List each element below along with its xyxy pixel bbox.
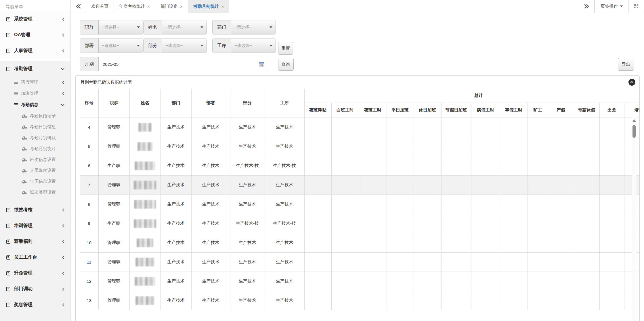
book-icon xyxy=(6,17,11,22)
filter-select[interactable]: --请选择-- xyxy=(231,20,276,34)
table-cell: 管理职 xyxy=(98,291,129,310)
filter-label: 部分 xyxy=(144,39,162,53)
cell-value-empty xyxy=(599,291,624,310)
cell-value-empty xyxy=(599,214,624,233)
table-row-9[interactable]: 9生产职生产技术生产技术生产技术-技生产技术-技 xyxy=(80,214,639,233)
table-row-13[interactable]: 13管理职生产技术生产技术生产技术生产技术 xyxy=(80,291,639,310)
sidebar-item-员工工作台[interactable]: 员工工作台 xyxy=(0,249,70,265)
filter-select[interactable]: --请选择-- xyxy=(231,39,276,53)
table-cell: 生产技术 xyxy=(160,118,191,137)
filter-select[interactable]: --请选择-- xyxy=(99,20,143,34)
sidebar-item-奖惩管理[interactable]: 奖惩管理 xyxy=(0,297,70,313)
sidebar-item-考勤信息[interactable]: 考勤信息 xyxy=(0,99,70,110)
table-cell: 生产技术 xyxy=(191,175,230,195)
table-cell: 9 xyxy=(80,214,98,233)
cell-value-empty xyxy=(599,156,624,175)
sidebar-item-绩效考核[interactable]: 绩效考核 xyxy=(0,202,70,218)
filter-部门: 部门--请选择-- xyxy=(212,20,276,34)
chevron-left-icon xyxy=(62,303,65,307)
sidebar-item-考勤原始记录[interactable]: 考勤原始记录 xyxy=(0,110,70,121)
close-tab-icon[interactable]: × xyxy=(180,4,183,9)
scroll-tabs-left-button[interactable] xyxy=(71,0,86,13)
filter-select[interactable]: --请选择-- xyxy=(162,20,207,34)
table-row-5[interactable]: 5管理职生产技术生产技术生产技术生产技术 xyxy=(80,137,639,156)
sidebar-item-label: 班次类型设置 xyxy=(30,190,56,195)
cell-value-empty xyxy=(359,272,387,291)
sidebar-item-请假管理[interactable]: 请假管理 xyxy=(0,77,70,88)
table-cell: 生产技术 xyxy=(265,175,304,195)
filter-select[interactable]: --请选择-- xyxy=(162,39,207,53)
tab-operations-dropdown[interactable]: 页签操作 xyxy=(595,0,628,13)
sidebar-item-班次类型设置[interactable]: 班次类型设置 xyxy=(0,187,70,198)
month-input[interactable] xyxy=(102,61,241,67)
table-row-7[interactable]: 7管理职生产技术生产技术生产技术生产技术 xyxy=(80,175,639,195)
vertical-scroll-thumb[interactable] xyxy=(632,125,636,138)
sidebar-item-人员班次设置[interactable]: 人员班次设置 xyxy=(0,165,70,176)
close-tab-icon[interactable]: × xyxy=(147,4,150,9)
cell-value-empty xyxy=(500,118,528,137)
sidebar-item-系统管理[interactable]: 系统管理 xyxy=(0,11,70,27)
tab-欢迎首页[interactable]: 欢迎首页 xyxy=(86,0,114,13)
table-cell: 生产技术 xyxy=(160,233,191,252)
table-row-11[interactable]: 11管理职生产技术生产技术生产技术生产技术 xyxy=(80,252,639,272)
table-cell: 生产技术 xyxy=(265,272,304,291)
tab-label: 部门设定 xyxy=(160,4,178,9)
cell-value-empty xyxy=(574,252,599,272)
cell-value-empty xyxy=(331,137,359,156)
sidebar-item-label: OA管理 xyxy=(14,32,30,38)
sidebar-item-升免管理[interactable]: 升免管理 xyxy=(0,265,70,281)
cell-value-empty xyxy=(471,156,500,175)
chevron-left-icon xyxy=(62,92,65,96)
table-row-6[interactable]: 6生产职生产技术生产技术生产技术-技生产技术-技 xyxy=(80,156,639,175)
table-row-4[interactable]: 4管理职生产技术生产技术生产技术生产技术 xyxy=(80,118,639,137)
reset-button[interactable]: 重置 xyxy=(278,42,293,55)
cell-value-empty xyxy=(599,175,624,195)
export-button[interactable]: 导出 xyxy=(618,58,634,71)
fullscreen-button[interactable] xyxy=(628,0,644,13)
select-placeholder: --请选择-- xyxy=(165,43,183,48)
sidebar-item-部门调动[interactable]: 部门调动 xyxy=(0,281,70,297)
table-cell: 13 xyxy=(80,291,98,310)
sidebar-item-label: 人事管理 xyxy=(14,48,33,54)
sidebar-item-OA管理[interactable]: OA管理 xyxy=(0,27,70,43)
tab-年度考核统计[interactable]: 年度考核统计× xyxy=(114,0,155,13)
scroll-up-arrow[interactable] xyxy=(632,119,636,122)
cell-value-empty xyxy=(331,252,359,272)
cell-value-empty xyxy=(471,233,500,252)
close-tab-icon[interactable]: × xyxy=(221,4,224,9)
sidebar-item-班次信息设置[interactable]: 班次信息设置 xyxy=(0,154,70,165)
filter-select[interactable]: --请选择-- xyxy=(99,39,143,53)
double-chevron-left-icon xyxy=(76,4,81,9)
list-icon xyxy=(14,103,18,107)
table-cell: 生产技术 xyxy=(160,272,191,291)
column-header-培训: 培训 xyxy=(624,103,639,118)
table-cell: 生产技术-技 xyxy=(265,214,304,233)
panel-header: 月别考勤已确认数据统计表 xyxy=(76,76,639,89)
column-header-夜班工时: 夜班工时 xyxy=(359,103,387,118)
table-row-10[interactable]: 10管理职生产技术生产技术生产技术生产技术 xyxy=(80,233,639,252)
sidebar-item-考勤管理[interactable]: 考勤管理 xyxy=(0,61,70,77)
tab-部门设定[interactable]: 部门设定× xyxy=(155,0,188,13)
sidebar: 导航菜单 系统管理OA管理人事管理 考勤管理请假管理加班管理考勤信息考勤原始记录… xyxy=(0,0,71,321)
tab-考勤月别统计[interactable]: 考勤月别统计× xyxy=(188,0,230,13)
sidebar-item-人事管理[interactable]: 人事管理 xyxy=(0,43,70,59)
filter-label: 职群 xyxy=(80,20,99,34)
sidebar-item-考勤月别统计[interactable]: 考勤月别统计 xyxy=(0,143,70,154)
table-row-8[interactable]: 8管理职生产技术生产技术生产技术生产技术 xyxy=(80,195,639,214)
table-cell: 生产技术 xyxy=(265,252,304,272)
scroll-tabs-right-button[interactable] xyxy=(579,0,595,13)
cell-name-masked xyxy=(129,175,160,195)
search-button[interactable]: 查询 xyxy=(278,58,294,71)
collapse-panel-button[interactable] xyxy=(628,79,635,86)
sidebar-item-加班管理[interactable]: 加班管理 xyxy=(0,88,70,99)
sidebar-item-考勤日别信息[interactable]: 考勤日别信息 xyxy=(0,121,70,132)
sidebar-item-培训管理[interactable]: 培训管理 xyxy=(0,218,70,234)
cell-value-empty xyxy=(500,195,528,214)
calendar-icon[interactable] xyxy=(259,62,264,67)
table-scroll-area: 序号职群姓名部门部署部分工序总计夜班津贴白班工时夜班工时平日加班休日加班节假日加… xyxy=(80,89,639,310)
table-row-12[interactable]: 12管理职生产技术生产技术生产技术生产技术 xyxy=(80,272,639,291)
sidebar-item-薪酬福利[interactable]: 薪酬福利 xyxy=(0,234,70,249)
sidebar-item-考勤月别确认[interactable]: 考勤月别确认 xyxy=(0,132,70,143)
sidebar-item-年历信息设置[interactable]: 年历信息设置 xyxy=(0,176,70,187)
table-cell: 管理职 xyxy=(98,175,129,195)
